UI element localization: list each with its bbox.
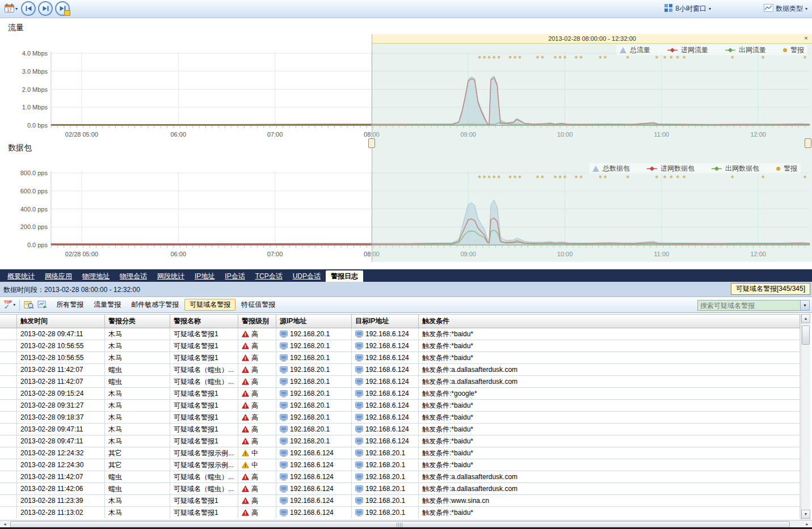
alert-row[interactable]: 2013-02-28 12:24:30其它可疑域名警报示例...!中192.16… <box>0 459 800 471</box>
col-select[interactable] <box>0 315 17 328</box>
alert-row[interactable]: 2013-02-28 09:47:11木马可疑域名警报1!高192.168.20… <box>0 328 800 340</box>
filter-suspicious-domain-alarms[interactable]: 可疑域名警报 <box>184 299 235 311</box>
severity-high-icon: ! <box>242 509 249 516</box>
filter-traffic-alarms[interactable]: 流量警报 <box>89 299 125 311</box>
y-axis-tick-label: 400.0 pps <box>20 206 48 213</box>
svg-text:!: ! <box>245 403 246 409</box>
legend-alarm[interactable]: 警报 <box>776 164 797 173</box>
legend-alarm-marker-icon <box>776 167 780 171</box>
cell-source-ip: 192.168.20.1 <box>276 424 352 435</box>
cell-alarm-category: 蠕虫 <box>105 471 170 483</box>
legend-total-traffic[interactable]: 总流量 <box>620 45 650 55</box>
ip-label: 192.168.6.124 <box>290 473 334 481</box>
legend-inbound-traffic[interactable]: 进网流量 <box>667 45 708 55</box>
legend-outbound-packets[interactable]: 出网数据包 <box>712 164 759 173</box>
legend-total-packets[interactable]: 总数据包 <box>592 164 630 173</box>
host-icon <box>355 497 363 505</box>
legend-outbound-traffic[interactable]: 出网流量 <box>725 45 766 55</box>
tab-udp-session[interactable]: UDP会话 <box>288 270 326 282</box>
scroll-down-icon[interactable]: ▼ <box>801 510 810 519</box>
host-icon <box>355 450 363 457</box>
vertical-scroll-thumb[interactable] <box>802 325 810 345</box>
seek-next-button[interactable] <box>38 1 53 16</box>
top-filter-button[interactable]: TOP ✓ ▾ <box>2 299 17 310</box>
filter-email-keyword-alarms[interactable]: 邮件敏感字警报 <box>127 299 183 311</box>
legend-outbound-packets-marker-icon <box>712 166 722 171</box>
alert-row[interactable]: 2013-02-28 09:47:11木马可疑域名警报1!高192.168.20… <box>0 424 800 435</box>
severity-high-icon: ! <box>242 426 249 433</box>
scroll-up-icon[interactable]: ▲ <box>801 314 810 323</box>
tab-network-app[interactable]: 网络应用 <box>40 270 77 282</box>
time-selection-overlay[interactable]: 2013-02-28 08:00:00 - 12:32:00 × 总流量进网流量… <box>372 34 812 262</box>
alert-row[interactable]: 2013-02-28 09:31:27木马可疑域名警报1!高192.168.20… <box>0 400 800 412</box>
selection-right-handle[interactable] <box>805 138 811 148</box>
col-trigger-time[interactable]: 触发时间 <box>17 315 105 328</box>
seek-first-button[interactable] <box>21 1 36 16</box>
col-alarm-level[interactable]: 警报级别 <box>238 315 276 328</box>
tab-ip-address[interactable]: IP地址 <box>190 270 220 282</box>
col-dest-ip[interactable]: 目标IP地址 <box>352 315 419 328</box>
close-icon[interactable]: × <box>802 35 810 42</box>
seek-latest-lock-button[interactable] <box>55 1 70 16</box>
export-report-button[interactable] <box>36 300 49 310</box>
severity-label: 中 <box>251 460 258 470</box>
tab-mac-address[interactable]: 物理地址 <box>77 270 115 282</box>
filter-signature-alarms[interactable]: 特征值警报 <box>237 299 280 311</box>
y-axis-tick-label: 600.0 pps <box>20 188 48 194</box>
cell-alarm-name: 可疑域名（蠕虫）... <box>170 483 238 494</box>
filter-all-alarms[interactable]: 所有警报 <box>52 299 88 311</box>
svg-text:17: 17 <box>7 8 12 12</box>
cell-alarm-category: 木马 <box>105 424 170 435</box>
alert-row[interactable]: 2013-02-28 11:42:06蠕虫可疑域名（蠕虫）...!高192.16… <box>0 483 800 495</box>
vertical-scrollbar[interactable]: ▲ ▼ <box>801 314 810 520</box>
alert-row[interactable]: 2013-02-28 09:18:37木马可疑域名警报1!高192.168.20… <box>0 412 800 424</box>
col-alarm-category[interactable]: 警报分类 <box>105 315 170 328</box>
x-axis-tick-label: 02/28 05:00 <box>65 251 98 257</box>
col-source-ip[interactable]: 源IP地址 <box>276 315 352 328</box>
alert-row[interactable]: 2013-02-28 09:15:24木马可疑域名警报1!高192.168.20… <box>0 388 800 400</box>
alert-row[interactable]: 2013-02-28 11:42:07蠕虫可疑域名（蠕虫）...!高192.16… <box>0 376 800 388</box>
alert-row[interactable]: 2013-02-28 11:23:39木马可疑域名警报1!高192.168.6.… <box>0 495 800 507</box>
selection-left-handle[interactable] <box>368 138 375 148</box>
tab-summary[interactable]: 概要统计 <box>2 270 40 282</box>
col-trigger-condition[interactable]: 触发条件 <box>419 315 800 328</box>
alert-row[interactable]: 2013-02-28 09:47:11木马可疑域名警报1!高192.168.20… <box>0 435 800 447</box>
cell-alarm-name: 可疑域名警报1 <box>170 507 238 518</box>
ip-label: 192.168.6.124 <box>365 342 409 350</box>
cell-trigger-time: 2013-02-28 11:42:07 <box>17 376 105 387</box>
severity-high-icon: ! <box>242 438 249 445</box>
search-dropdown-icon[interactable]: ▾ <box>800 301 809 310</box>
cell-trigger-condition: 触发条件:*baidu* <box>419 459 800 471</box>
suspicious-domain-counter-button[interactable]: 可疑域名警报[345/345] <box>731 283 810 295</box>
time-window-dropdown[interactable]: 8小时窗口 ▾ <box>664 0 711 18</box>
alert-row[interactable]: 2013-02-28 11:42:07蠕虫可疑域名（蠕虫）...!高192.16… <box>0 364 800 376</box>
datatype-dropdown[interactable]: 数据类型 ▾ <box>764 0 807 18</box>
tab-ip-session[interactable]: IP会话 <box>220 270 250 282</box>
search-log-button[interactable] <box>22 300 36 310</box>
col-alarm-name[interactable]: 警报名称 <box>170 315 238 328</box>
tab-mac-session[interactable]: 物理会话 <box>115 270 152 282</box>
horizontal-scrollbar[interactable]: ◄ ► <box>0 520 812 528</box>
alert-row[interactable]: 2013-02-28 10:56:55木马可疑域名警报1!高192.168.20… <box>0 352 800 364</box>
tab-segment-stats[interactable]: 网段统计 <box>152 270 190 282</box>
cell-trigger-condition: 触发条件:*baidu* <box>419 340 800 352</box>
ip-label: 192.168.20.1 <box>290 354 330 362</box>
tab-tcp-session[interactable]: TCP会话 <box>250 270 288 282</box>
cell-alarm-level: !高 <box>238 340 276 352</box>
legend-inbound-packets[interactable]: 进网数据包 <box>647 164 695 173</box>
ip-label: 192.168.20.1 <box>365 473 405 481</box>
alert-row[interactable]: 2013-02-28 11:42:07蠕虫可疑域名（蠕虫）...!高192.16… <box>0 471 800 483</box>
search-input[interactable] <box>698 301 800 310</box>
legend-alarm[interactable]: 警报 <box>783 45 804 55</box>
alert-row[interactable]: 2013-02-28 11:13:02木马可疑域名警报1!高192.168.6.… <box>0 507 800 518</box>
tab-alarm-log[interactable]: 警报日志 <box>326 270 363 282</box>
seek-next-icon <box>43 6 49 11</box>
alert-row[interactable]: 2013-02-28 10:56:55木马可疑域名警报1!高192.168.20… <box>0 340 800 352</box>
host-icon <box>280 331 288 338</box>
host-icon <box>355 438 363 445</box>
cell-alarm-name: 可疑域名警报1 <box>170 495 238 506</box>
y-axis-tick-label: 0.0 pps <box>27 242 48 248</box>
line-chart-icon <box>764 4 773 14</box>
x-axis-tick-label: 07:00 <box>267 131 283 138</box>
alert-row[interactable]: 2013-02-28 12:24:32其它可疑域名警报示例...!中192.16… <box>0 447 800 459</box>
